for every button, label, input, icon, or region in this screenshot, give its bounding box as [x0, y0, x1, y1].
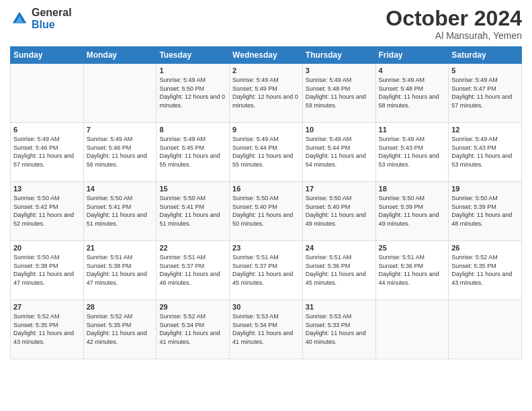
- day-info: Sunrise: 5:53 AM Sunset: 5:34 PM Dayligh…: [232, 312, 300, 346]
- calendar-day-cell: 27Sunrise: 5:52 AM Sunset: 5:35 PM Dayli…: [11, 300, 84, 359]
- day-number: 17: [306, 185, 373, 193]
- calendar-week-row: 13Sunrise: 5:50 AM Sunset: 5:42 PM Dayli…: [11, 182, 522, 241]
- day-info: Sunrise: 5:49 AM Sunset: 5:44 PM Dayligh…: [306, 135, 373, 169]
- day-info: Sunrise: 5:49 AM Sunset: 5:45 PM Dayligh…: [159, 135, 226, 169]
- logo-general-label: General: [32, 7, 72, 19]
- day-info: Sunrise: 5:49 AM Sunset: 5:43 PM Dayligh…: [451, 135, 519, 169]
- day-info: Sunrise: 5:50 AM Sunset: 5:39 PM Dayligh…: [451, 194, 519, 228]
- day-number: 3: [306, 66, 373, 75]
- day-number: 28: [87, 303, 154, 311]
- day-info: Sunrise: 5:50 AM Sunset: 5:39 PM Dayligh…: [379, 194, 446, 228]
- calendar-day-cell: 29Sunrise: 5:52 AM Sunset: 5:34 PM Dayli…: [157, 300, 230, 359]
- day-info: Sunrise: 5:50 AM Sunset: 5:41 PM Dayligh…: [87, 194, 154, 228]
- calendar-day-cell: 26Sunrise: 5:52 AM Sunset: 5:35 PM Dayli…: [449, 241, 522, 300]
- day-info: Sunrise: 5:49 AM Sunset: 5:44 PM Dayligh…: [232, 135, 300, 169]
- day-info: Sunrise: 5:51 AM Sunset: 5:36 PM Dayligh…: [306, 253, 373, 287]
- day-info: Sunrise: 5:50 AM Sunset: 5:40 PM Dayligh…: [306, 194, 373, 228]
- day-info: Sunrise: 5:52 AM Sunset: 5:35 PM Dayligh…: [13, 312, 81, 346]
- calendar-header-row: SundayMondayTuesdayWednesdayThursdayFrid…: [11, 47, 522, 64]
- day-info: Sunrise: 5:52 AM Sunset: 5:34 PM Dayligh…: [159, 312, 226, 346]
- title-section: October 2024 Al Mansurah, Yemen: [386, 7, 522, 41]
- column-header-wednesday: Wednesday: [230, 47, 303, 64]
- column-header-sunday: Sunday: [11, 47, 84, 64]
- day-number: 1: [159, 66, 226, 75]
- calendar-day-cell: 16Sunrise: 5:50 AM Sunset: 5:40 PM Dayli…: [230, 182, 303, 241]
- day-number: 4: [379, 66, 446, 75]
- day-info: Sunrise: 5:49 AM Sunset: 5:48 PM Dayligh…: [379, 76, 446, 109]
- day-info: Sunrise: 5:51 AM Sunset: 5:38 PM Dayligh…: [87, 253, 154, 287]
- column-header-thursday: Thursday: [302, 47, 375, 64]
- day-info: Sunrise: 5:52 AM Sunset: 5:35 PM Dayligh…: [87, 312, 154, 346]
- day-number: 16: [232, 185, 300, 193]
- day-number: 22: [159, 244, 226, 252]
- day-number: 24: [306, 244, 373, 252]
- day-info: Sunrise: 5:49 AM Sunset: 5:46 PM Dayligh…: [87, 135, 154, 169]
- calendar-day-cell: 10Sunrise: 5:49 AM Sunset: 5:44 PM Dayli…: [302, 123, 375, 182]
- calendar-day-cell: 9Sunrise: 5:49 AM Sunset: 5:44 PM Daylig…: [230, 123, 303, 182]
- day-info: Sunrise: 5:51 AM Sunset: 5:37 PM Dayligh…: [159, 253, 226, 287]
- calendar-week-row: 1Sunrise: 5:49 AM Sunset: 5:50 PM Daylig…: [11, 64, 522, 123]
- logo-blue-label: Blue: [32, 19, 72, 31]
- day-number: 6: [13, 126, 81, 134]
- day-number: 23: [232, 244, 300, 252]
- calendar-day-cell: 18Sunrise: 5:50 AM Sunset: 5:39 PM Dayli…: [375, 182, 449, 241]
- column-header-friday: Friday: [375, 47, 449, 64]
- calendar-week-row: 27Sunrise: 5:52 AM Sunset: 5:35 PM Dayli…: [11, 300, 522, 359]
- day-info: Sunrise: 5:49 AM Sunset: 5:49 PM Dayligh…: [232, 76, 300, 109]
- day-number: 11: [379, 126, 446, 134]
- calendar-day-cell: 11Sunrise: 5:49 AM Sunset: 5:43 PM Dayli…: [375, 123, 449, 182]
- calendar-day-cell: 1Sunrise: 5:49 AM Sunset: 5:50 PM Daylig…: [157, 64, 230, 123]
- calendar-day-cell: 12Sunrise: 5:49 AM Sunset: 5:43 PM Dayli…: [449, 123, 522, 182]
- calendar-day-cell: 20Sunrise: 5:50 AM Sunset: 5:38 PM Dayli…: [11, 241, 84, 300]
- day-info: Sunrise: 5:53 AM Sunset: 5:33 PM Dayligh…: [306, 312, 373, 346]
- calendar-day-cell: 30Sunrise: 5:53 AM Sunset: 5:34 PM Dayli…: [230, 300, 303, 359]
- day-number: 18: [379, 185, 446, 193]
- day-number: 12: [451, 126, 519, 134]
- logo-icon: [10, 9, 29, 28]
- calendar-day-cell: 31Sunrise: 5:53 AM Sunset: 5:33 PM Dayli…: [302, 300, 375, 359]
- calendar-day-cell: 25Sunrise: 5:51 AM Sunset: 5:36 PM Dayli…: [375, 241, 449, 300]
- calendar-day-cell: 7Sunrise: 5:49 AM Sunset: 5:46 PM Daylig…: [83, 123, 157, 182]
- day-number: 19: [451, 185, 519, 193]
- day-info: Sunrise: 5:49 AM Sunset: 5:48 PM Dayligh…: [306, 76, 373, 109]
- calendar-day-cell: [11, 64, 84, 123]
- calendar-day-cell: [83, 64, 157, 123]
- calendar-day-cell: 2Sunrise: 5:49 AM Sunset: 5:49 PM Daylig…: [230, 64, 303, 123]
- day-number: 7: [87, 126, 154, 134]
- day-info: Sunrise: 5:51 AM Sunset: 5:36 PM Dayligh…: [379, 253, 446, 287]
- day-number: 25: [379, 244, 446, 252]
- calendar-day-cell: 3Sunrise: 5:49 AM Sunset: 5:48 PM Daylig…: [302, 64, 375, 123]
- calendar-day-cell: 6Sunrise: 5:49 AM Sunset: 5:46 PM Daylig…: [11, 123, 84, 182]
- day-number: 14: [87, 185, 154, 193]
- day-number: 27: [13, 303, 81, 311]
- day-info: Sunrise: 5:51 AM Sunset: 5:37 PM Dayligh…: [232, 253, 300, 287]
- logo: General Blue: [10, 7, 72, 30]
- calendar-day-cell: 14Sunrise: 5:50 AM Sunset: 5:41 PM Dayli…: [83, 182, 157, 241]
- day-number: 29: [159, 303, 226, 311]
- day-info: Sunrise: 5:50 AM Sunset: 5:40 PM Dayligh…: [232, 194, 300, 228]
- day-number: 15: [159, 185, 226, 193]
- calendar-day-cell: 28Sunrise: 5:52 AM Sunset: 5:35 PM Dayli…: [83, 300, 157, 359]
- calendar-table: SundayMondayTuesdayWednesdayThursdayFrid…: [10, 46, 522, 359]
- calendar-day-cell: 21Sunrise: 5:51 AM Sunset: 5:38 PM Dayli…: [83, 241, 157, 300]
- column-header-saturday: Saturday: [449, 47, 522, 64]
- header: General Blue October 2024 Al Mansurah, Y…: [10, 7, 522, 41]
- day-number: 30: [232, 303, 300, 311]
- day-number: 20: [13, 244, 81, 252]
- day-number: 9: [232, 126, 300, 134]
- logo-text: General Blue: [32, 7, 72, 30]
- day-info: Sunrise: 5:49 AM Sunset: 5:46 PM Dayligh…: [13, 135, 81, 169]
- day-info: Sunrise: 5:50 AM Sunset: 5:41 PM Dayligh…: [159, 194, 226, 228]
- calendar-day-cell: 19Sunrise: 5:50 AM Sunset: 5:39 PM Dayli…: [449, 182, 522, 241]
- calendar-day-cell: 24Sunrise: 5:51 AM Sunset: 5:36 PM Dayli…: [302, 241, 375, 300]
- day-number: 31: [306, 303, 373, 311]
- day-number: 21: [87, 244, 154, 252]
- day-info: Sunrise: 5:49 AM Sunset: 5:50 PM Dayligh…: [159, 76, 226, 109]
- day-info: Sunrise: 5:50 AM Sunset: 5:38 PM Dayligh…: [13, 253, 81, 287]
- calendar-location: Al Mansurah, Yemen: [386, 30, 522, 41]
- calendar-day-cell: 17Sunrise: 5:50 AM Sunset: 5:40 PM Dayli…: [302, 182, 375, 241]
- day-number: 2: [232, 66, 300, 75]
- day-info: Sunrise: 5:52 AM Sunset: 5:35 PM Dayligh…: [451, 253, 519, 287]
- calendar-day-cell: 13Sunrise: 5:50 AM Sunset: 5:42 PM Dayli…: [11, 182, 84, 241]
- calendar-week-row: 20Sunrise: 5:50 AM Sunset: 5:38 PM Dayli…: [11, 241, 522, 300]
